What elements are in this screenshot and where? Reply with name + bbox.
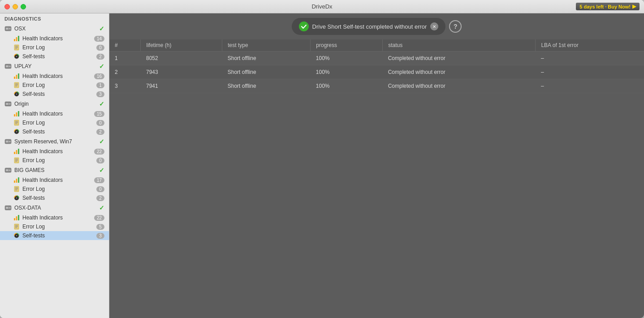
error-log-label-osx: Error Log	[22, 44, 94, 51]
sidebar-item-origin-health[interactable]: Health Indicators 15	[0, 109, 109, 118]
sidebar-item-uplay-selftest[interactable]: Self-tests 3	[0, 90, 109, 99]
table-row: 2 7943 Short offline 100% Completed with…	[109, 65, 644, 79]
col-header-testtype: test type	[222, 39, 311, 52]
sidebar-item-biggames-health[interactable]: Health Indicators 17	[0, 176, 109, 185]
hdd-icon-sysreserved	[4, 138, 12, 145]
svg-point-69	[16, 235, 17, 236]
notification-check-icon	[299, 21, 309, 31]
sidebar-item-osx-errorlog[interactable]: Error Log 0	[0, 43, 109, 52]
bar-chart-icon-biggames	[13, 177, 20, 183]
sidebar-item-biggames-selftest[interactable]: Self-tests 2	[0, 193, 109, 202]
drive-name-biggames: BIG GAMES	[14, 167, 96, 173]
drive-item-origin[interactable]: Origin ✓	[0, 99, 109, 109]
error-log-label-origin: Error Log	[22, 120, 94, 126]
bar-chart-icon-origin	[13, 111, 20, 117]
health-indicators-label-origin: Health Indicators	[22, 111, 91, 117]
svg-rect-27	[14, 114, 15, 116]
health-badge-uplay: 16	[94, 73, 104, 79]
svg-rect-14	[6, 65, 9, 67]
svg-rect-60	[6, 207, 9, 209]
sidebar-item-origin-selftest[interactable]: Self-tests 2	[0, 127, 109, 136]
svg-rect-40	[16, 150, 17, 154]
health-badge-osxdata: 22	[94, 215, 104, 221]
error-badge-sysreserved: 0	[96, 158, 104, 163]
cell-lba: –	[536, 52, 644, 65]
hdd-icon-osx	[4, 25, 12, 32]
cell-status: Completed without error	[383, 65, 536, 79]
drive-item-osxdata[interactable]: OSX-DATA ✓	[0, 202, 109, 213]
sidebar-item-sysreserved-health[interactable]: Health Indicators 22	[0, 147, 109, 156]
trial-badge[interactable]: 5 days left · Buy Now! ▶	[576, 3, 640, 10]
error-log-label-osxdata: Error Log	[22, 223, 94, 230]
cell-testtype: Short offline	[222, 79, 311, 93]
svg-rect-63	[18, 215, 19, 220]
sidebar-item-sysreserved-errorlog[interactable]: Error Log 0	[0, 156, 109, 165]
selftest-label-osx: Self-tests	[22, 53, 94, 60]
selftest-icon-biggames	[13, 195, 20, 201]
svg-point-59	[9, 207, 11, 209]
selftest-icon-osxdata	[13, 232, 20, 239]
drive-name-sysreserved: System Reserved, Win7	[14, 138, 96, 145]
sidebar-item-osx-selftest[interactable]: Self-tests 2	[0, 52, 109, 61]
col-header-num: #	[109, 39, 141, 52]
notification-close-button[interactable]: ✕	[430, 22, 438, 30]
cell-lifetime: 7943	[141, 65, 222, 79]
drive-status-biggames: ✓	[99, 167, 104, 174]
drive-item-biggames[interactable]: BIG GAMES ✓	[0, 165, 109, 176]
cell-status: Completed without error	[383, 79, 536, 93]
cell-num: 3	[109, 79, 141, 93]
trial-badge-text: 5 days left · Buy Now!	[579, 4, 631, 9]
sidebar: DIAGNOSTICS OSX ✓ Health Indicators 1	[0, 13, 109, 318]
drive-name-osxdata: OSX-DATA	[14, 205, 96, 211]
svg-point-13	[9, 66, 11, 67]
health-badge-origin: 15	[94, 111, 104, 117]
cell-lba: –	[536, 65, 644, 79]
drive-item-uplay[interactable]: UPLAY ✓	[0, 61, 109, 72]
error-log-icon-sysreserved	[13, 157, 20, 163]
svg-rect-2	[6, 28, 9, 30]
maximize-button[interactable]	[21, 4, 26, 9]
sidebar-item-biggames-errorlog[interactable]: Error Log 0	[0, 185, 109, 193]
selftest-badge-origin: 2	[96, 129, 104, 135]
health-indicators-label-biggames: Health Indicators	[22, 177, 91, 183]
self-tests-table-container: # lifetime (h) test type progress status…	[109, 39, 644, 318]
svg-rect-38	[6, 141, 9, 142]
selftest-icon-uplay	[13, 91, 20, 97]
selftest-badge-osxdata: 3	[96, 233, 104, 239]
checkmark-svg	[301, 23, 307, 30]
sidebar-item-osx-health[interactable]: Health Indicators 14	[0, 34, 109, 43]
error-log-label-biggames: Error Log	[22, 186, 94, 192]
drive-status-uplay: ✓	[99, 63, 104, 70]
drive-item-sysreserved[interactable]: System Reserved, Win7 ✓	[0, 136, 109, 147]
drive-name-origin: Origin	[14, 101, 96, 107]
health-indicators-label-uplay: Health Indicators	[22, 73, 91, 79]
help-button[interactable]: ?	[449, 20, 462, 33]
sidebar-item-osxdata-selftest[interactable]: Self-tests 3	[0, 231, 109, 240]
cell-lifetime: 8052	[141, 52, 222, 65]
sidebar-item-osxdata-health[interactable]: Health Indicators 22	[0, 213, 109, 222]
drive-item-osx[interactable]: OSX ✓	[0, 23, 109, 34]
bar-chart-icon	[13, 35, 20, 42]
minimize-button[interactable]	[13, 4, 18, 9]
cell-num: 1	[109, 52, 141, 65]
cell-lifetime: 7941	[141, 79, 222, 93]
error-log-icon-osxdata	[13, 223, 20, 230]
sidebar-section-header: DIAGNOSTICS	[0, 13, 109, 23]
close-button[interactable]	[4, 4, 10, 9]
sidebar-item-origin-errorlog[interactable]: Error Log 0	[0, 118, 109, 127]
selftest-icon-osx	[13, 53, 20, 60]
drive-status-sysreserved: ✓	[99, 138, 104, 145]
sidebar-item-uplay-errorlog[interactable]: Error Log 1	[0, 81, 109, 90]
sidebar-item-osxdata-errorlog[interactable]: Error Log 5	[0, 222, 109, 231]
svg-rect-28	[16, 112, 17, 116]
bar-chart-icon-osxdata	[13, 215, 20, 221]
svg-rect-51	[18, 177, 19, 183]
sidebar-item-uplay-health[interactable]: Health Indicators 16	[0, 72, 109, 81]
svg-rect-49	[14, 180, 15, 183]
error-badge-origin: 0	[96, 120, 104, 126]
error-badge-biggames: 0	[96, 186, 104, 192]
svg-rect-48	[6, 169, 9, 171]
cell-progress: 100%	[311, 79, 383, 93]
cell-progress: 100%	[311, 52, 383, 65]
drive-name-uplay: UPLAY	[14, 63, 96, 69]
